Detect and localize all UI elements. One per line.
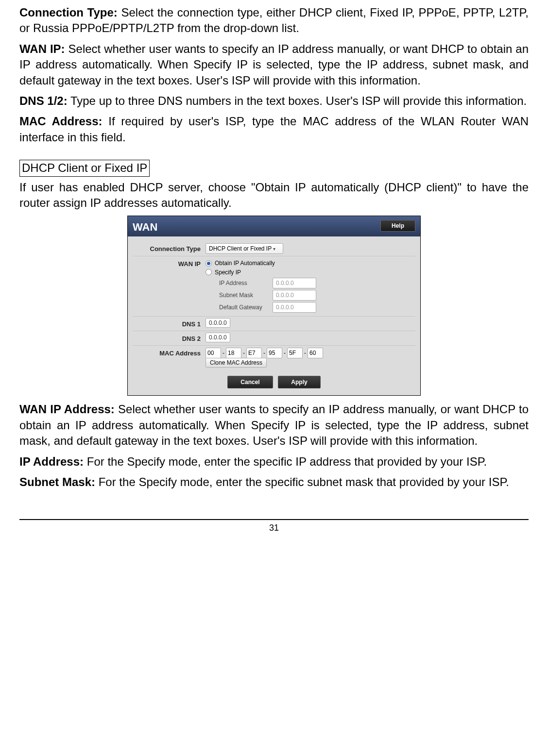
para-ip-address: IP Address: For the Specify mode, enter … — [19, 454, 529, 470]
radio-icon-specify — [206, 269, 212, 275]
para-wan-ip: WAN IP: Select whether user wants to spe… — [19, 41, 529, 88]
text-subnet-mask: For the Specify mode, enter the specific… — [95, 475, 509, 488]
input-dns2[interactable]: 0.0.0.0 — [206, 333, 230, 342]
mac-box-3[interactable]: 95 — [267, 348, 282, 358]
mac-sep: - — [243, 349, 245, 357]
mac-sep: - — [223, 349, 224, 357]
wan-title: WAN — [133, 221, 157, 233]
text-wan-ip: Select whether user wants to specify an … — [19, 42, 529, 87]
row-connection-type: Connection Type DHCP Client or Fixed IP — [133, 241, 415, 256]
para-dhcp-intro: If user has enabled DHCP server, choose … — [19, 180, 529, 211]
text-dns: Type up to three DNS numbers in the text… — [68, 94, 527, 107]
row-mac: MAC Address 00 - 18 - E7 - 95 - 5F - 60 — [133, 345, 415, 369]
subrow-subnet: Subnet Mask 0.0.0.0 — [219, 290, 415, 301]
para-subnet-mask: Subnet Mask: For the Specify mode, enter… — [19, 474, 529, 490]
label-wan-ip: WAN IP: — [19, 42, 65, 55]
label-subnet-mask: Subnet Mask: — [19, 475, 95, 488]
para-wan-ip-address: WAN IP Address: Select whether user want… — [19, 402, 529, 449]
input-ip-address[interactable]: 0.0.0.0 — [273, 278, 316, 288]
label-mac: MAC Address: — [19, 115, 103, 128]
input-subnet[interactable]: 0.0.0.0 — [273, 290, 316, 301]
wan-header: WAN Help — [128, 216, 420, 236]
label-dns: DNS 1/2: — [19, 94, 68, 107]
row-wan-ip: WAN IP Obtain IP Automatically Specify I… — [133, 256, 415, 316]
label-connection-type-field: Connection Type — [133, 243, 206, 253]
label-dns2: DNS 2 — [133, 333, 206, 343]
mac-box-0[interactable]: 00 — [206, 348, 221, 358]
apply-button[interactable]: Apply — [278, 376, 320, 388]
radio-icon-obtain — [206, 260, 212, 267]
mac-box-2[interactable]: E7 — [246, 348, 262, 358]
label-connection-type: Connection Type: — [19, 6, 118, 19]
sublabel-ip-address: IP Address — [219, 279, 273, 287]
page-number: 31 — [269, 523, 279, 533]
label-dns1: DNS 1 — [133, 319, 206, 329]
subrow-ip-address: IP Address 0.0.0.0 — [219, 278, 415, 288]
section-title-box: DHCP Client or Fixed IP — [19, 160, 150, 176]
action-row: Cancel Apply — [133, 369, 415, 393]
para-mac: MAC Address: If required by user's ISP, … — [19, 114, 529, 145]
sublabel-subnet: Subnet Mask — [219, 291, 273, 299]
label-wan-ip-field: WAN IP — [133, 258, 206, 269]
mac-group: 00 - 18 - E7 - 95 - 5F - 60 — [206, 348, 415, 358]
mac-box-5[interactable]: 60 — [308, 348, 323, 358]
sublabel-gateway: Default Gateway — [219, 303, 273, 311]
wan-panel: WAN Help Connection Type DHCP Client or … — [127, 216, 421, 396]
page-footer: 31 — [19, 519, 529, 534]
radio-label-obtain: Obtain IP Automatically — [215, 259, 275, 267]
para-connection-type: Connection Type: Select the connection t… — [19, 5, 529, 36]
label-mac-field: MAC Address — [133, 348, 206, 358]
subrow-gateway: Default Gateway 0.0.0.0 — [219, 302, 415, 313]
mac-box-1[interactable]: 18 — [226, 348, 241, 358]
label-wan-ip-address: WAN IP Address: — [19, 403, 115, 416]
mac-box-4[interactable]: 5F — [287, 348, 303, 358]
radio-specify-ip[interactable]: Specify IP — [206, 269, 415, 276]
clone-mac-button[interactable]: Clone MAC Address — [206, 358, 267, 368]
radio-obtain-ip[interactable]: Obtain IP Automatically — [206, 259, 415, 267]
input-dns1[interactable]: 0.0.0.0 — [206, 318, 230, 328]
mac-sep: - — [304, 349, 306, 357]
wan-form: Connection Type DHCP Client or Fixed IP … — [128, 236, 420, 395]
mac-sep: - — [284, 349, 286, 357]
cancel-button[interactable]: Cancel — [227, 376, 273, 388]
connection-type-select[interactable]: DHCP Client or Fixed IP — [206, 243, 283, 254]
row-dns1: DNS 1 0.0.0.0 — [133, 316, 415, 331]
para-dns: DNS 1/2: Type up to three DNS numbers in… — [19, 93, 529, 109]
input-gateway[interactable]: 0.0.0.0 — [273, 302, 316, 313]
text-ip-address: For the Specify mode, enter the specific… — [84, 455, 487, 468]
help-button[interactable]: Help — [380, 220, 415, 232]
row-dns2: DNS 2 0.0.0.0 — [133, 331, 415, 345]
radio-label-specify: Specify IP — [215, 269, 241, 276]
label-ip-address: IP Address: — [19, 455, 84, 468]
mac-sep: - — [263, 349, 265, 357]
wan-figure: WAN Help Connection Type DHCP Client or … — [19, 216, 529, 396]
